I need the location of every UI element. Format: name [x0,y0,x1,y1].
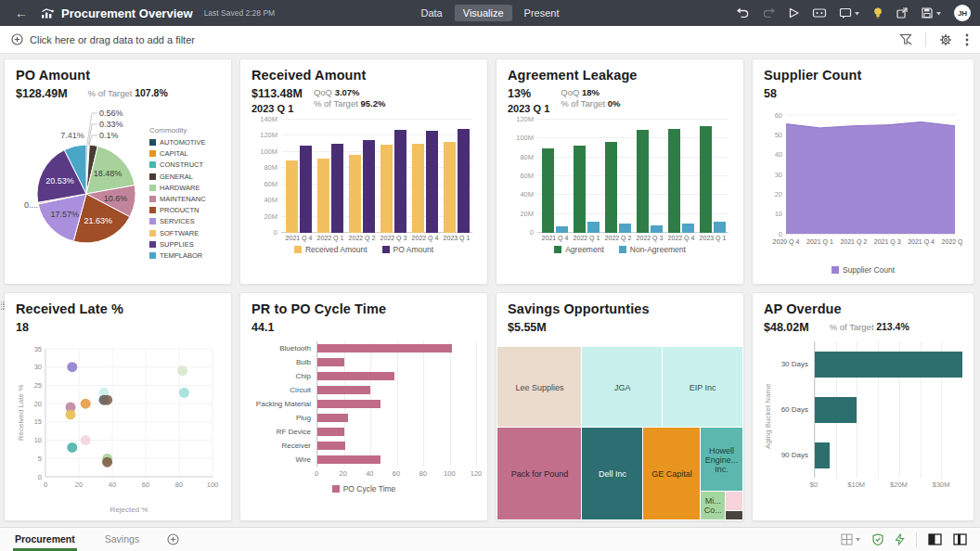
bar-received-amount[interactable] [444,142,456,233]
kebab-menu-icon[interactable] [965,33,969,46]
left-panel-toggle-icon[interactable] [928,533,942,545]
treemap-tile[interactable] [726,511,742,519]
mode-tab-present[interactable]: Present [516,5,568,21]
optimize-icon[interactable] [895,533,905,545]
mode-tab-visualize[interactable]: Visualize [455,5,512,21]
bar-non-agreement[interactable] [651,225,663,233]
y-axis-title: Aging Bucket Name [764,341,775,492]
bar-rf-device[interactable] [317,428,344,436]
bar-non-agreement[interactable] [714,222,726,233]
bar-non-agreement[interactable] [682,224,694,233]
bar-chip[interactable] [317,372,394,380]
treemap-tile-eip-inc[interactable]: EIP Inc [663,347,742,428]
bar-agreement[interactable] [574,146,586,233]
schedule-icon[interactable] [812,6,827,19]
card-received-late[interactable]: Received Late % 18 020406080100051015202… [4,292,232,521]
bar-60-days[interactable] [815,397,857,423]
card-agreement-leakage[interactable]: Agreement Leakage 13% 2023 Q 1 QoQ 18% %… [496,58,744,285]
bar-non-agreement[interactable] [619,224,631,233]
treemap-tile[interactable] [726,492,742,510]
add-page-icon[interactable] [167,533,179,545]
filter-icon[interactable] [899,33,912,45]
pie-chart-area: 18.48%10.6%21.63%17.57%0....20.53%7.41%0… [16,102,149,265]
x-axis-label: 2022 Q 1 [317,235,344,241]
treemap-tile-howell-engine-inc[interactable]: Howell Engine... Inc. [701,428,742,492]
bar-90-days[interactable] [815,442,830,468]
filter-bar: Click here or drag data to add a filter [0,26,980,54]
open-in-new-icon[interactable] [896,6,909,19]
treemap-tile-pack-for-pound[interactable]: Pack for Pound [497,428,582,519]
bar-receiver[interactable] [317,442,345,450]
bar-groups [283,120,472,233]
redo-icon[interactable] [762,6,776,19]
add-filter-button[interactable]: Click here or drag data to add a filter [11,33,899,45]
bar-non-agreement[interactable] [587,222,600,233]
bar-po-amount[interactable] [458,129,470,233]
bar-wire[interactable] [317,455,380,464]
bar-agreement[interactable] [605,142,617,233]
legend-label: MAINTENANC [160,195,206,203]
comment-icon[interactable] [839,7,860,19]
bar-agreement[interactable] [668,129,680,233]
scatter-point[interactable] [81,435,91,445]
avatar[interactable]: JH [954,5,971,21]
card-supplier-count[interactable]: Supplier Count 58 01020304050602020 Q 42… [752,58,974,285]
play-icon[interactable] [788,6,800,19]
page-tab-savings[interactable]: Savings [103,529,141,551]
bar-received-amount[interactable] [412,144,424,233]
bar-received-amount[interactable] [380,145,393,233]
bar-30-days[interactable] [815,352,962,378]
scatter-point[interactable] [67,362,77,372]
card-ap-overdue[interactable]: AP Overdue $48.02M % of Target 213.4% Ag… [752,292,974,521]
treemap-tile-ge-capital[interactable]: GE Capital [643,428,701,519]
gear-icon[interactable] [939,33,952,46]
card-po-amount[interactable]: PO Amount $128.49M % of Target 107.8% 18… [4,58,232,285]
x-axis-label: 2021 Q 4 [542,235,569,241]
bar-packing-material[interactable] [317,400,380,408]
scatter-point[interactable] [102,395,112,405]
device-preview-icon[interactable] [872,533,883,545]
bar-circuit[interactable] [317,386,370,394]
undo-icon[interactable] [736,6,750,19]
treemap-tile-mi-co[interactable]: Mi... Co... [701,492,725,519]
bar-po-amount[interactable] [300,146,312,233]
bar-agreement[interactable] [700,126,712,233]
treemap-tile-jga[interactable]: JGA [582,347,663,428]
area-series[interactable] [786,122,955,235]
right-panel-toggle-icon[interactable] [953,533,967,545]
bar-po-amount[interactable] [363,140,375,233]
bar-bulb[interactable] [317,358,344,366]
gridline [423,341,424,467]
bar-po-amount[interactable] [394,130,406,233]
bar-agreement[interactable] [637,130,649,233]
card-savings[interactable]: Savings Opportunties $5.55M Lee Supplies… [496,292,744,521]
mode-tab-data[interactable]: Data [413,5,451,21]
bar-po-amount[interactable] [426,131,438,233]
scatter-point[interactable] [177,365,187,376]
card-cycle-time[interactable]: PR to PO Cycle Time 44.1 BluetoothBulbCh… [239,292,488,521]
grid-options-icon[interactable] [841,533,861,545]
back-button[interactable]: ← [9,6,33,20]
bar-received-amount[interactable] [317,159,329,233]
scatter-point[interactable] [66,409,76,419]
page-tab-procurement[interactable]: Procurement [13,529,77,551]
bar-bluetooth[interactable] [317,344,452,352]
scatter-point[interactable] [102,457,112,468]
bar-agreement[interactable] [542,148,554,234]
scatter-point[interactable] [67,442,77,453]
bar-received-amount[interactable] [349,155,361,233]
save-icon[interactable] [921,6,942,19]
bar-non-agreement[interactable] [556,226,568,233]
bar-plug[interactable] [317,414,348,422]
treemap-tile-dell-inc[interactable]: Dell Inc [582,428,643,519]
insight-bulb-icon[interactable] [872,6,883,19]
scatter-point[interactable] [179,388,189,398]
bar-received-amount[interactable] [286,160,298,233]
story-icon [41,7,54,19]
scatter-point[interactable] [81,399,91,409]
treemap-tile-lee-supplies[interactable]: Lee Supplies [497,347,582,428]
bar-po-amount[interactable] [331,144,343,233]
kpi-value: $128.49M [16,87,68,100]
widget-drag-handle[interactable] [0,293,5,317]
card-received-amount[interactable]: Received Amount $113.48M 2023 Q 1 QoQ 3.… [239,58,488,285]
